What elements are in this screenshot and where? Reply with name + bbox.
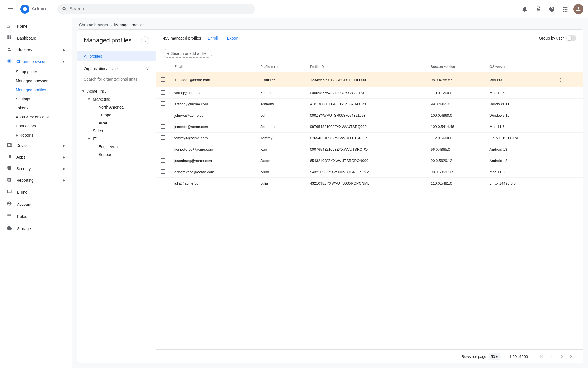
next-page-button[interactable] [557, 352, 566, 361]
sidebar-item-reporting[interactable]: Reporting ▶ [0, 174, 72, 186]
notifications-icon[interactable] [519, 3, 530, 15]
row-checkbox-2[interactable] [161, 101, 165, 106]
tree-node-row-marketing[interactable]: ▼ Marketing [85, 95, 154, 103]
row-checkbox-cell-6[interactable] [156, 144, 170, 155]
row-checkbox-cell-1[interactable] [156, 87, 170, 99]
row-checkbox-0[interactable] [161, 77, 165, 82]
row-checkbox-6[interactable] [161, 147, 165, 151]
sidebar-item-apps[interactable]: Apps ▶ [0, 151, 72, 163]
row-more-7[interactable] [551, 155, 583, 166]
billing-icon [7, 189, 12, 195]
row-more-8[interactable] [551, 166, 583, 178]
rows-per-page: Rows per page 50 ▾ [461, 353, 500, 360]
row-checkbox-7[interactable] [161, 158, 165, 163]
row-checkbox-cell-9[interactable] [156, 178, 170, 189]
row-checkbox-cell-0[interactable] [156, 72, 170, 87]
search-input[interactable] [69, 7, 251, 12]
row-more-button-0[interactable]: ⋮ [556, 75, 565, 84]
breadcrumb-parent[interactable]: Chrome browser [79, 23, 108, 27]
row-os-8: Mac 11.8 [485, 166, 551, 178]
tree-leaf-apac[interactable]: APAC [91, 119, 154, 127]
sidebar-item-security[interactable]: Security ▶ [0, 163, 72, 174]
sidebar-item-billing[interactable]: Billing [0, 186, 69, 198]
sidebar-item-account[interactable]: Account [0, 198, 69, 210]
add-filter-button[interactable]: + Search or add a filter [163, 49, 212, 58]
row-more-9[interactable] [551, 178, 583, 189]
tree-leaf-north-america[interactable]: North America [91, 103, 154, 111]
sidebar-item-tokens[interactable]: Tokens [16, 103, 72, 112]
row-checkbox-cell-3[interactable] [156, 110, 170, 121]
select-all-checkbox[interactable] [161, 64, 165, 68]
row-checkbox-cell-7[interactable] [156, 155, 170, 166]
row-more-0[interactable]: ⋮ [551, 72, 583, 87]
row-browser-8: 98.0.5359.125 [426, 166, 485, 178]
row-more-4[interactable] [551, 121, 583, 133]
row-checkbox-1[interactable] [161, 90, 165, 95]
row-checkbox-cell-4[interactable] [156, 121, 170, 133]
row-checkbox-4[interactable] [161, 124, 165, 129]
sidebar-item-apps-extensions[interactable]: Apps & extensions [16, 112, 72, 122]
table-header: 455 managed profiles Enroll Export Group… [156, 30, 583, 47]
row-more-1[interactable] [551, 87, 583, 99]
tree-node-row-acme[interactable]: ▼ Acme, Inc. [79, 87, 154, 95]
row-checkbox-5[interactable] [161, 135, 165, 140]
export-button[interactable]: Export [225, 34, 240, 42]
panel-title-row: Managed profiles ‹ [77, 36, 156, 51]
org-units-header[interactable]: Organizational Units ∨ [77, 61, 156, 73]
row-checkbox-3[interactable] [161, 113, 165, 117]
group-by-toggle[interactable] [566, 35, 576, 41]
menu-icon[interactable] [5, 3, 16, 15]
sidebar-item-chrome-browser[interactable]: Chrome browser ▼ [0, 56, 72, 67]
org-units-chevron-icon: ∨ [146, 66, 149, 71]
search-org-input[interactable] [84, 76, 149, 83]
chevron-right-icon: ▶ [63, 48, 65, 52]
tree-node-row-it[interactable]: ▼ IT [85, 135, 154, 143]
row-checkbox-8[interactable] [161, 169, 165, 174]
tree-leaf-europe[interactable]: Europe [91, 111, 154, 119]
row-checkbox-cell-2[interactable] [156, 99, 170, 110]
plus-icon: + [167, 51, 169, 56]
first-page-button[interactable] [537, 352, 546, 361]
sidebar-item-dashboard[interactable]: Dashboard [0, 32, 69, 44]
tree-node-row-sales[interactable]: Sales [85, 127, 154, 135]
sidebar-item-reports[interactable]: ▶ Reports [16, 131, 72, 140]
row-id-2: ABCD000EFGHIJ1234567890123 [306, 99, 426, 110]
row-more-6[interactable] [551, 144, 583, 155]
sidebar-item-managed-browsers[interactable]: Managed browsers [16, 76, 72, 85]
chevron-right-icon-apps: ▶ [63, 155, 65, 159]
sidebar-item-directory[interactable]: Directory ▶ [0, 44, 72, 56]
hourglass-icon[interactable] [533, 3, 544, 15]
sidebar-item-home[interactable]: ⌂ Home [0, 20, 69, 32]
grid-icon[interactable] [560, 3, 571, 15]
select-all-header[interactable] [156, 61, 170, 72]
security-icon [7, 166, 12, 172]
all-profiles-button[interactable]: All profiles [77, 51, 156, 61]
sidebar-item-managed-profiles[interactable]: Managed profiles [16, 85, 72, 94]
tree-leaf-support[interactable]: Support [91, 151, 154, 159]
row-checkbox-cell-5[interactable] [156, 133, 170, 144]
last-page-button[interactable] [567, 352, 576, 361]
sidebar-item-devices[interactable]: Devices ▶ [0, 140, 72, 151]
panel-collapse-button[interactable]: ‹ [141, 36, 149, 44]
row-checkbox-9[interactable] [161, 181, 165, 185]
sidebar-item-rules[interactable]: Rules [0, 210, 69, 222]
row-more-3[interactable] [551, 110, 583, 121]
row-os-9: Linux 14493.0.0 [485, 178, 551, 189]
help-icon[interactable] [546, 3, 557, 15]
account-icon [7, 201, 12, 207]
tree-leaf-engineering[interactable]: Engineering [91, 143, 154, 151]
sidebar-item-storage[interactable]: Storage [0, 222, 69, 235]
row-more-2[interactable] [551, 99, 583, 110]
row-more-5[interactable] [551, 133, 583, 144]
enroll-button[interactable]: Enroll [206, 34, 220, 42]
user-avatar[interactable] [573, 4, 583, 14]
row-os-1: Mac 12.6 [485, 87, 551, 99]
sidebar-item-connectors[interactable]: Connectors [16, 122, 72, 131]
sidebar-item-setup-guide[interactable]: Setup guide [16, 67, 72, 76]
row-checkbox-cell-8[interactable] [156, 166, 170, 178]
prev-page-button[interactable] [547, 352, 556, 361]
rows-per-page-select[interactable]: 50 ▾ [489, 353, 500, 360]
tree-children-it: Engineering Support [85, 143, 154, 159]
sidebar-item-settings[interactable]: Settings [16, 94, 72, 103]
topbar-icons [519, 3, 583, 15]
